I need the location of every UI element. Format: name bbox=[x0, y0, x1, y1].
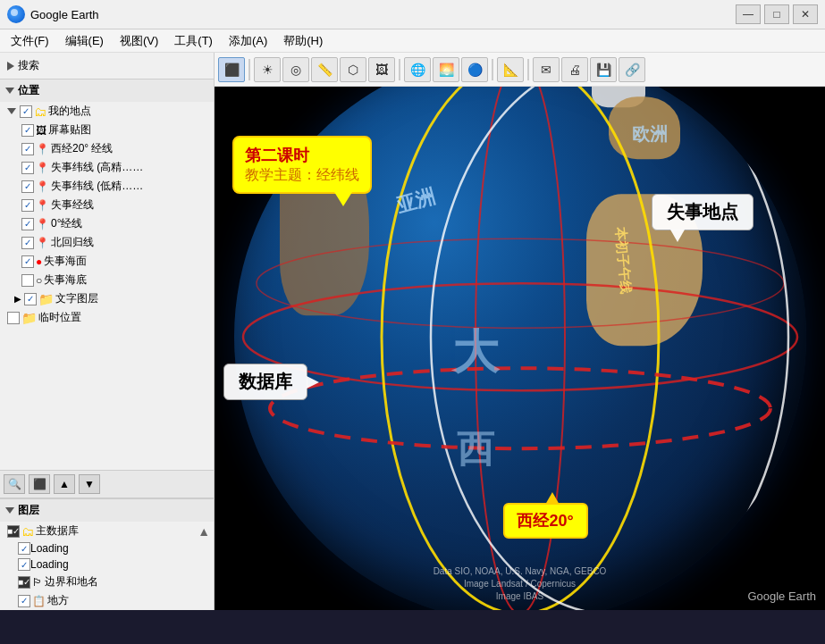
lost-surface-label: 失事海面 bbox=[44, 254, 87, 269]
places-item[interactable]: 📋 地方 bbox=[0, 591, 214, 610]
attribution-line1: Data SIO, NOAA, U.S. Navy, NGA, GEBCO bbox=[434, 565, 607, 578]
lesson-title: 第二课时 bbox=[245, 145, 359, 166]
search-header[interactable]: 搜索 bbox=[4, 56, 210, 75]
screen-overlay-checkbox[interactable] bbox=[21, 124, 34, 137]
main-db-checkbox[interactable]: ■ bbox=[7, 525, 20, 538]
temp-location-checkbox[interactable] bbox=[7, 312, 20, 324]
layer-button[interactable]: ⬛ bbox=[29, 474, 50, 494]
attribution-line2: Image Landsat / Copernicus bbox=[434, 578, 607, 590]
main-db-label: 主数据库 bbox=[36, 523, 79, 539]
lost-surface-icon: ● bbox=[36, 255, 42, 268]
west20-item[interactable]: 📍 西经20° 经线 bbox=[0, 139, 214, 158]
search-collapse-icon bbox=[7, 62, 14, 71]
loading1-checkbox[interactable] bbox=[18, 542, 30, 555]
search-button[interactable]: 🔍 bbox=[4, 474, 25, 494]
svg-text:西: 西 bbox=[457, 428, 495, 470]
toolbar-print-btn[interactable]: 🖨 bbox=[561, 57, 588, 82]
earth-icon bbox=[7, 5, 25, 23]
svg-text:亚洲: 亚洲 bbox=[393, 185, 437, 217]
menu-view[interactable]: 视图(V) bbox=[113, 31, 165, 51]
text-layer-item[interactable]: ▶ 📁 文字图层 bbox=[0, 289, 214, 308]
toolbar-email-btn[interactable]: ✉ bbox=[533, 57, 560, 82]
west20-checkbox[interactable] bbox=[21, 143, 34, 155]
lost-contour-low-label: 失事纬线 (低精…… bbox=[51, 179, 143, 194]
lost-seabed-label: 失事海底 bbox=[44, 272, 87, 288]
lost-surface-item[interactable]: ● 失事海面 bbox=[0, 252, 214, 271]
toolbar-layer-btn[interactable]: 🌐 bbox=[404, 57, 431, 82]
main-layout: 搜索 位置 🗂 我的地点 🖼 屏幕贴图 bbox=[0, 53, 825, 610]
lost-contour-high-checkbox[interactable] bbox=[21, 162, 34, 174]
zero-meridian-item[interactable]: 📍 0°经线 bbox=[0, 214, 214, 233]
lost-contour-low-checkbox[interactable] bbox=[21, 180, 34, 193]
lesson-subtitle: 教学主题：经纬线 bbox=[245, 166, 359, 185]
toolbar-orbital-btn[interactable]: ◎ bbox=[282, 57, 309, 82]
places-header[interactable]: 位置 bbox=[0, 79, 214, 102]
minimize-button[interactable]: — bbox=[736, 4, 761, 24]
svg-text:大: 大 bbox=[450, 326, 501, 378]
globe-area[interactable]: 亚洲 欧洲 大 西 本初子午线 第二课时 教学主题：经纬线 失事地点 数据库 bbox=[215, 87, 825, 610]
toolbar-water-btn[interactable]: 🔵 bbox=[461, 57, 488, 82]
toolbar-sep-4 bbox=[527, 59, 529, 80]
places-layer-label: 地方 bbox=[47, 593, 69, 608]
places-layer-checkbox[interactable] bbox=[18, 595, 30, 607]
borders-checkbox[interactable]: ■ bbox=[18, 576, 30, 589]
toolbar-move-btn[interactable]: ⬛ bbox=[218, 57, 245, 82]
lost-meridian-item[interactable]: 📍 失事经线 bbox=[0, 196, 214, 214]
main-db-icon: 🗂 bbox=[21, 524, 34, 539]
borders-item[interactable]: ■ 🏳 边界和地名 bbox=[0, 573, 214, 591]
menu-help[interactable]: 帮助(H) bbox=[276, 31, 330, 51]
lesson-callout: 第二课时 教学主题：经纬线 bbox=[232, 136, 372, 194]
toolbar-ruler-btn[interactable]: 📐 bbox=[497, 57, 524, 82]
borders-label: 边界和地名 bbox=[45, 574, 98, 590]
zero-meridian-checkbox[interactable] bbox=[21, 218, 34, 230]
temp-location-item[interactable]: 📁 临时位置 bbox=[0, 308, 214, 327]
menubar: 文件(F) 编辑(E) 视图(V) 工具(T) 添加(A) 帮助(H) bbox=[0, 29, 825, 53]
titlebar: Google Earth — □ ✕ bbox=[0, 0, 825, 29]
places-collapse-icon bbox=[5, 88, 14, 94]
toolbar-sky-btn[interactable]: 🌅 bbox=[433, 57, 459, 82]
lost-contour-high-icon: 📍 bbox=[36, 162, 49, 174]
toolbar-polygon-btn[interactable]: ⬡ bbox=[340, 57, 366, 82]
toolbar-image-btn[interactable]: 🖼 bbox=[368, 57, 395, 82]
menu-file[interactable]: 文件(F) bbox=[4, 31, 56, 51]
down-button[interactable]: ▼ bbox=[79, 474, 100, 494]
lost-contour-high-item[interactable]: 📍 失事纬线 (高精…… bbox=[0, 158, 214, 177]
tropic-north-checkbox[interactable] bbox=[21, 237, 34, 249]
menu-edit[interactable]: 编辑(E) bbox=[58, 31, 111, 51]
up-button[interactable]: ▲ bbox=[54, 474, 75, 494]
toolbar-share-btn[interactable]: 🔗 bbox=[619, 57, 645, 82]
toolbar-save-btn[interactable]: 💾 bbox=[590, 57, 617, 82]
layers-collapse-icon bbox=[5, 507, 14, 514]
loading2-label: Loading bbox=[30, 558, 69, 571]
main-db-item[interactable]: ■ 🗂 主数据库 ▲ bbox=[0, 522, 214, 540]
svg-point-0 bbox=[243, 283, 797, 390]
toolbar-sun-btn[interactable]: ☀ bbox=[254, 57, 281, 82]
west20-label: 西经20° bbox=[517, 510, 573, 531]
lost-seabed-checkbox[interactable] bbox=[21, 274, 34, 287]
my-places-item[interactable]: 🗂 我的地点 bbox=[0, 102, 214, 121]
menu-tools[interactable]: 工具(T) bbox=[167, 31, 220, 51]
my-places-expand-icon bbox=[7, 108, 16, 114]
lost-surface-checkbox[interactable] bbox=[21, 255, 34, 268]
maximize-button[interactable]: □ bbox=[764, 4, 789, 24]
close-button[interactable]: ✕ bbox=[793, 4, 818, 24]
places-layer-icon: 📋 bbox=[32, 595, 46, 607]
lost-point-label: 失事地点 bbox=[667, 200, 738, 224]
loading2-checkbox[interactable] bbox=[18, 558, 30, 571]
text-layer-checkbox[interactable] bbox=[24, 293, 37, 305]
layers-header[interactable]: 图层 bbox=[0, 498, 214, 522]
my-places-checkbox[interactable] bbox=[20, 105, 32, 118]
loading2-item[interactable]: Loading bbox=[0, 556, 214, 573]
scroll-up-icon[interactable]: ▲ bbox=[198, 524, 210, 539]
lost-meridian-checkbox[interactable] bbox=[21, 199, 34, 212]
lost-contour-low-item[interactable]: 📍 失事纬线 (低精…… bbox=[0, 177, 214, 196]
menu-add[interactable]: 添加(A) bbox=[222, 31, 274, 51]
ge-watermark: Google Earth bbox=[747, 590, 816, 603]
svg-text:本初子午线: 本初子午线 bbox=[612, 226, 634, 296]
toolbar-sep-1 bbox=[248, 59, 250, 80]
loading1-item[interactable]: Loading bbox=[0, 540, 214, 556]
screen-overlay-item[interactable]: 🖼 屏幕贴图 bbox=[0, 121, 214, 139]
tropic-north-item[interactable]: 📍 北回归线 bbox=[0, 233, 214, 252]
lost-seabed-item[interactable]: ○ 失事海底 bbox=[0, 271, 214, 289]
toolbar-path-btn[interactable]: 📏 bbox=[311, 57, 338, 82]
